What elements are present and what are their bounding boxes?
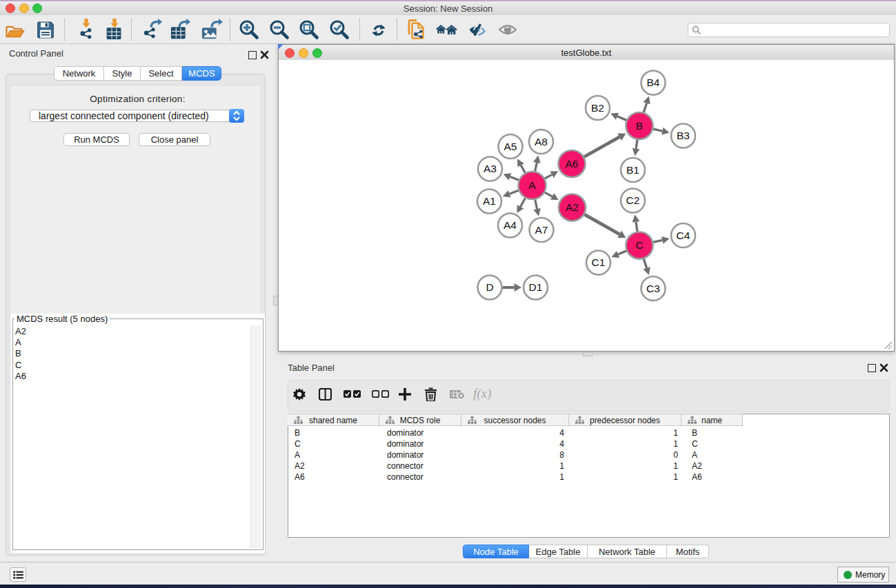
svg-text:B3: B3 [677, 130, 690, 141]
svg-text:C: C [635, 239, 643, 251]
svg-text:D1: D1 [529, 281, 543, 293]
svg-text:A7: A7 [535, 224, 548, 236]
svg-text:A5: A5 [504, 141, 517, 152]
svg-text:A2: A2 [566, 201, 579, 213]
svg-text:D: D [486, 281, 493, 293]
svg-text:C4: C4 [677, 230, 690, 241]
svg-text:B: B [636, 120, 643, 132]
svg-text:C3: C3 [646, 283, 660, 294]
svg-text:A8: A8 [535, 136, 548, 148]
svg-text:B1: B1 [626, 164, 639, 176]
svg-text:B4: B4 [647, 77, 660, 88]
svg-text:C2: C2 [626, 194, 640, 206]
svg-text:A1: A1 [483, 195, 496, 207]
svg-text:C1: C1 [592, 256, 606, 268]
svg-text:A3: A3 [484, 163, 497, 174]
svg-text:A4: A4 [504, 219, 517, 231]
svg-text:A: A [528, 179, 536, 191]
svg-text:A6: A6 [566, 158, 579, 170]
svg-text:B2: B2 [591, 102, 604, 114]
